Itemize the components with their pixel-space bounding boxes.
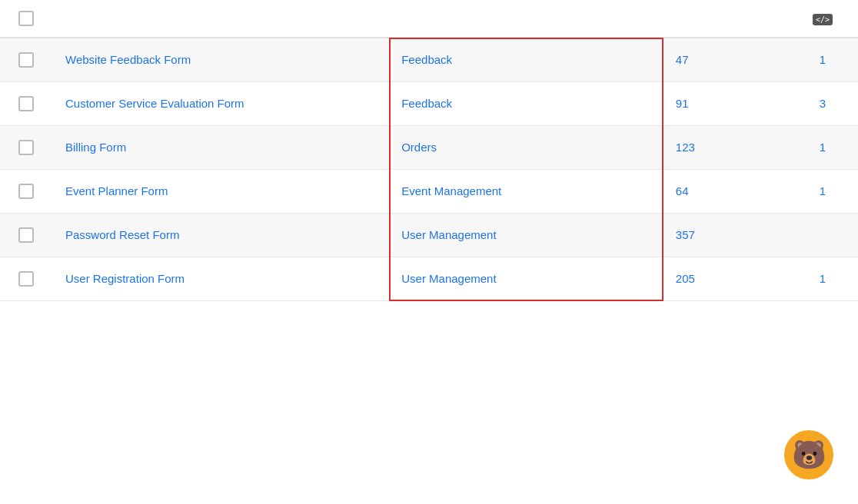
table-header-row: </> <box>0 0 858 38</box>
entries-count: 205 <box>676 272 695 285</box>
row-name-cell: Event Planner Form <box>53 170 389 214</box>
row-tags-cell: Orders <box>389 126 663 170</box>
row-checkbox-cell <box>0 38 53 82</box>
code-icon: </> <box>813 14 833 25</box>
row-checkbox[interactable] <box>18 52 34 68</box>
row-checkbox-cell <box>0 82 53 126</box>
row-entries-cell: 91 <box>663 82 787 126</box>
row-checkbox-cell <box>0 170 53 214</box>
row-code-cell: 3 <box>787 82 858 126</box>
tag-link[interactable]: User Management <box>401 272 496 285</box>
row-entries-cell: 357 <box>663 214 787 257</box>
entries-count: 91 <box>676 97 689 110</box>
forms-table: </> Website Feedback FormFeedback471Cust… <box>0 0 858 301</box>
form-name-link[interactable]: Event Planner Form <box>65 184 168 197</box>
code-count: 3 <box>820 97 826 110</box>
form-name-link[interactable]: Customer Service Evaluation Form <box>65 97 244 110</box>
row-tags-cell: User Management <box>389 257 663 301</box>
tag-link[interactable]: Orders <box>401 141 437 154</box>
tag-link[interactable]: Feedback <box>401 97 452 110</box>
form-name-link[interactable]: Website Feedback Form <box>65 53 191 66</box>
row-code-cell: 1 <box>787 257 858 301</box>
row-name-cell: Password Reset Form <box>53 214 389 257</box>
table-row: Customer Service Evaluation FormFeedback… <box>0 82 858 126</box>
tag-link[interactable]: Event Management <box>401 184 501 197</box>
code-count: 1 <box>820 272 826 285</box>
row-tags-cell: Feedback <box>389 38 663 82</box>
row-checkbox[interactable] <box>18 271 34 287</box>
row-checkbox[interactable] <box>18 140 34 155</box>
table-row: Event Planner FormEvent Management641 <box>0 170 858 214</box>
row-checkbox-cell <box>0 257 53 301</box>
row-checkbox-cell <box>0 126 53 170</box>
table-row: Website Feedback FormFeedback471 <box>0 38 858 82</box>
tag-link[interactable]: User Management <box>401 228 496 241</box>
row-code-cell: 1 <box>787 170 858 214</box>
row-entries-cell: 64 <box>663 170 787 214</box>
entries-count: 47 <box>676 53 689 66</box>
header-entries <box>663 0 787 38</box>
row-code-cell: 1 <box>787 126 858 170</box>
row-code-cell: 1 <box>787 38 858 82</box>
form-name-link[interactable]: Billing Form <box>65 141 126 154</box>
row-name-cell: User Registration Form <box>53 257 389 301</box>
bear-avatar[interactable]: 🐻 <box>784 430 833 479</box>
table-row: User Registration FormUser Management205… <box>0 257 858 301</box>
table-row: Password Reset FormUser Management357 <box>0 214 858 257</box>
row-tags-cell: Event Management <box>389 170 663 214</box>
row-name-cell: Customer Service Evaluation Form <box>53 82 389 126</box>
row-name-cell: Website Feedback Form <box>53 38 389 82</box>
header-code: </> <box>787 0 858 38</box>
code-count: 1 <box>820 141 826 154</box>
header-checkbox-cell <box>0 0 53 38</box>
entries-count: 357 <box>676 228 695 241</box>
row-entries-cell: 47 <box>663 38 787 82</box>
row-entries-cell: 205 <box>663 257 787 301</box>
row-name-cell: Billing Form <box>53 126 389 170</box>
form-name-link[interactable]: Password Reset Form <box>65 228 179 241</box>
row-checkbox[interactable] <box>18 96 34 111</box>
header-tags <box>389 0 663 38</box>
row-checkbox[interactable] <box>18 184 34 199</box>
select-all-checkbox[interactable] <box>18 11 34 26</box>
row-tags-cell: User Management <box>389 214 663 257</box>
row-tags-cell: Feedback <box>389 82 663 126</box>
header-name <box>53 0 389 38</box>
code-count: 1 <box>820 184 826 197</box>
code-count: 1 <box>820 53 826 66</box>
row-checkbox-cell <box>0 214 53 257</box>
tag-link[interactable]: Feedback <box>401 53 452 66</box>
entries-count: 123 <box>676 141 695 154</box>
row-code-cell <box>787 214 858 257</box>
entries-count: 64 <box>676 184 689 197</box>
row-checkbox[interactable] <box>18 227 34 243</box>
form-name-link[interactable]: User Registration Form <box>65 272 185 285</box>
table-container: </> Website Feedback FormFeedback471Cust… <box>0 0 858 504</box>
row-entries-cell: 123 <box>663 126 787 170</box>
table-row: Billing FormOrders1231 <box>0 126 858 170</box>
